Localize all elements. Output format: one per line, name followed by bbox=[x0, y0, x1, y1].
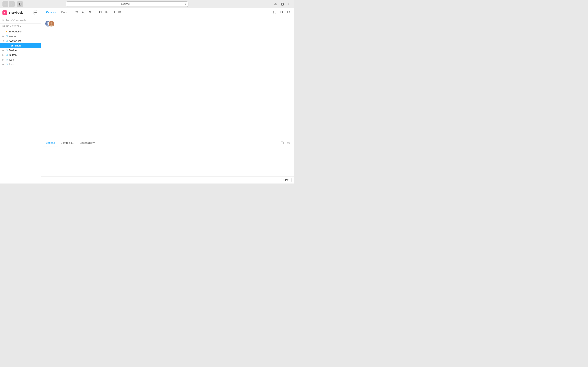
main-content: Canvas Docs bbox=[41, 8, 294, 184]
canvas-area bbox=[41, 16, 294, 139]
storybook-logo: S bbox=[2, 10, 7, 15]
toolbar: Canvas Docs bbox=[41, 8, 294, 16]
new-tab-button[interactable] bbox=[279, 1, 285, 7]
expand-icon-button: ▶ bbox=[2, 54, 5, 56]
svg-rect-17 bbox=[105, 11, 107, 12]
copy-button[interactable] bbox=[278, 9, 285, 15]
url-text: localhost bbox=[68, 3, 183, 6]
component-icon-button: ⊞ bbox=[6, 54, 8, 56]
sidebar-item-avatarlist[interactable]: ▼ ⊞ AvatarList bbox=[0, 39, 41, 43]
zoom-out-button[interactable] bbox=[80, 9, 86, 15]
panel-content bbox=[41, 147, 294, 176]
sidebar-item-label: Icon bbox=[9, 58, 14, 61]
sidebar-item-label: Badge bbox=[9, 49, 17, 52]
sidebar-item-label: Short bbox=[15, 44, 21, 47]
sidebar-item-avatar[interactable]: ▶ ⊞ Avatar bbox=[0, 34, 41, 39]
address-bar[interactable]: localhost ↺ bbox=[66, 1, 189, 7]
tab-actions[interactable]: Actions bbox=[43, 139, 58, 147]
expand-icon-avatarlist: ▼ bbox=[2, 40, 5, 42]
avatar-2 bbox=[48, 20, 55, 27]
sidebar-toggle-button[interactable] bbox=[17, 1, 23, 7]
zoom-in-button[interactable] bbox=[74, 9, 80, 15]
svg-line-7 bbox=[77, 13, 78, 13]
sidebar-menu-button[interactable]: ••• bbox=[33, 10, 38, 15]
sidebar-item-label: Introduction bbox=[9, 30, 22, 33]
single-view-button[interactable] bbox=[97, 9, 103, 15]
sidebar: S Storybook ••• Press "/" to search... D… bbox=[0, 8, 41, 184]
svg-line-5 bbox=[4, 21, 4, 21]
forward-button[interactable]: → bbox=[9, 1, 15, 7]
sidebar-item-badge[interactable]: ▶ ⊞ Badge bbox=[0, 48, 41, 53]
sidebar-item-introduction[interactable]: ■ Introduction bbox=[0, 29, 41, 34]
storybook-title: Storybook bbox=[9, 11, 23, 14]
tab-docs[interactable]: Docs bbox=[58, 8, 70, 16]
toolbar-divider bbox=[72, 10, 72, 14]
grid-view-button[interactable] bbox=[104, 9, 110, 15]
panel-right bbox=[279, 140, 292, 146]
svg-line-11 bbox=[84, 13, 84, 13]
zoom-reset-button[interactable] bbox=[87, 9, 93, 15]
toolbar-divider-2 bbox=[95, 10, 95, 14]
back-button[interactable]: ← bbox=[2, 1, 8, 7]
panels: Actions Controls (1) Accessibility bbox=[41, 139, 294, 184]
svg-rect-3 bbox=[281, 3, 283, 5]
component-icon-icon: ⊞ bbox=[6, 58, 8, 61]
expand-icon-icon: ▶ bbox=[2, 58, 5, 61]
svg-point-4 bbox=[2, 20, 4, 21]
tab-accessibility[interactable]: Accessibility bbox=[77, 139, 98, 147]
svg-line-14 bbox=[90, 13, 91, 13]
svg-rect-0 bbox=[19, 3, 21, 5]
search-box[interactable]: Press "/" to search... bbox=[0, 17, 41, 24]
sidebar-item-label: Button bbox=[9, 53, 17, 57]
component-icon-avatar: ⊞ bbox=[6, 35, 8, 38]
add-tab-button[interactable]: + bbox=[286, 1, 292, 7]
sidebar-header: S Storybook ••• bbox=[0, 8, 41, 17]
svg-rect-18 bbox=[107, 11, 108, 12]
sidebar-item-label: AvatarList bbox=[9, 39, 21, 42]
nav-tree: ■ Introduction ▶ ⊞ Avatar ▼ ⊞ AvatarList… bbox=[0, 28, 41, 67]
svg-rect-16 bbox=[99, 11, 101, 13]
panel-split-button[interactable] bbox=[279, 140, 285, 146]
search-input-wrap: Press "/" to search... bbox=[2, 19, 39, 22]
toolbar-right bbox=[272, 9, 292, 15]
tab-controls[interactable]: Controls (1) bbox=[58, 139, 77, 147]
svg-rect-19 bbox=[105, 12, 107, 13]
browser-chrome: ← → localhost ↺ + bbox=[0, 0, 294, 8]
expand-button[interactable] bbox=[272, 9, 278, 15]
svg-point-31 bbox=[51, 22, 52, 24]
story-icon-short: ▣ bbox=[11, 44, 13, 47]
component-icon-badge: ⊞ bbox=[6, 49, 8, 52]
outline-button[interactable] bbox=[110, 9, 116, 15]
panel-tabs: Actions Controls (1) Accessibility bbox=[41, 139, 294, 147]
expand-icon-link: ▶ bbox=[2, 63, 5, 66]
expand-icon-avatar: ▶ bbox=[2, 35, 5, 37]
sidebar-item-label: Link bbox=[9, 63, 14, 66]
tab-canvas[interactable]: Canvas bbox=[43, 8, 58, 16]
section-label: DESIGN SYSTEM bbox=[0, 24, 41, 28]
nav-buttons: ← → bbox=[2, 1, 15, 7]
expand-icon-badge: ▶ bbox=[2, 49, 5, 51]
svg-rect-21 bbox=[112, 11, 114, 13]
panel-close-button[interactable] bbox=[286, 140, 292, 146]
search-placeholder: Press "/" to search... bbox=[6, 19, 28, 22]
panel-footer: Clear bbox=[41, 176, 294, 184]
app: S Storybook ••• Press "/" to search... D… bbox=[0, 8, 294, 184]
book-icon: ■ bbox=[6, 30, 7, 33]
open-button[interactable] bbox=[285, 9, 292, 15]
share-button[interactable] bbox=[273, 1, 278, 7]
sidebar-item-label: Avatar bbox=[9, 35, 17, 38]
component-icon-avatarlist: ⊞ bbox=[6, 40, 8, 42]
measure-button[interactable] bbox=[117, 9, 123, 15]
sidebar-item-link[interactable]: ▶ ⊞ Link bbox=[0, 62, 41, 67]
browser-actions: + bbox=[273, 1, 292, 7]
clear-button[interactable]: Clear bbox=[281, 178, 292, 182]
sidebar-item-button[interactable]: ▶ ⊞ Button bbox=[0, 53, 41, 57]
reload-button[interactable]: ↺ bbox=[184, 2, 187, 6]
toolbar-actions bbox=[74, 9, 123, 15]
sidebar-item-icon[interactable]: ▶ ⊞ Icon bbox=[0, 57, 41, 62]
component-icon-link: ⊞ bbox=[6, 63, 8, 66]
svg-rect-20 bbox=[107, 12, 108, 13]
avatar-group bbox=[45, 20, 290, 27]
sidebar-item-short[interactable]: ▣ Short bbox=[0, 43, 41, 48]
